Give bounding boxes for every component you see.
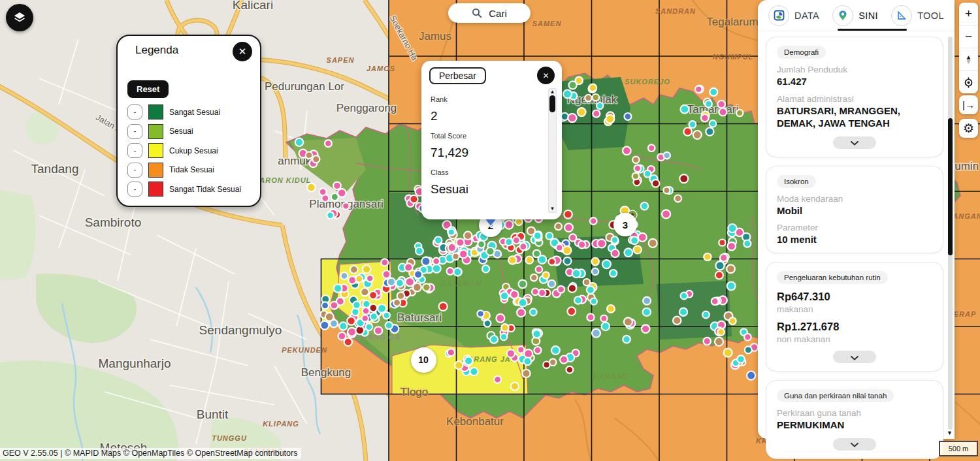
card-label: non makanan — [777, 334, 932, 344]
legend-color-swatch — [148, 104, 163, 119]
legend-panel: Legenda ✕ Reset -Sangat Sesuai-Sesuai-Cu… — [116, 35, 261, 207]
right-sidebar: DATASINITOOL DemografiJumlah Penduduk61.… — [758, 0, 955, 439]
tab-tool[interactable]: TOOL — [891, 0, 944, 31]
expand-button[interactable] — [833, 136, 876, 149]
map-place-label: Pedurungan Lor — [265, 80, 344, 93]
card-value: Rp647.310 — [777, 290, 932, 304]
card-row: Parameter10 menit — [777, 223, 932, 246]
legend-item-label: Cukup Sesuai — [169, 146, 218, 155]
legend-close-button[interactable]: ✕ — [233, 42, 252, 61]
tab-label: SINI — [858, 10, 878, 21]
legend-title: Legenda — [135, 44, 178, 57]
map-place-label: Jamus — [419, 30, 451, 42]
legend-reset-button[interactable]: Reset — [127, 80, 169, 98]
locate-icon — [963, 77, 974, 88]
map-zoom-controls: + − ▲▼ — [959, 3, 978, 93]
info-card: Guna dan perkiraan nilai tanahPerkiraan … — [766, 380, 943, 459]
popup-field-label: Class — [431, 168, 544, 176]
card-badge: Isokron — [777, 175, 816, 188]
sidebar-scrollbar[interactable] — [948, 37, 953, 430]
legend-color-swatch — [148, 182, 163, 197]
card-badge: Demografi — [777, 46, 826, 59]
card-label: Jumlah Penduduk — [777, 65, 932, 74]
map-place-label: Batursari — [397, 311, 442, 324]
tab-label: TOOL — [917, 10, 944, 21]
pin-icon — [832, 5, 853, 26]
legend-minus-button[interactable]: - — [127, 124, 142, 139]
info-card: DemografiJumlah Penduduk61.427Alamat adm… — [766, 37, 943, 157]
card-label: makanan — [777, 304, 932, 314]
chevron-down-icon — [851, 136, 858, 148]
legend-minus-button[interactable]: - — [127, 163, 142, 178]
card-value: BATURSARI, MRANGGEN, DEMAK, JAWA TENGAH — [777, 104, 932, 130]
expand-button[interactable] — [833, 351, 876, 363]
popup-field-value: Sesuai — [431, 182, 544, 197]
tab-data[interactable]: DATA — [768, 0, 819, 31]
card-label: Parameter — [777, 223, 932, 232]
close-icon: ✕ — [238, 46, 247, 57]
close-icon: ✕ — [542, 71, 549, 80]
layers-button[interactable] — [6, 4, 33, 31]
map-place-label: ERAP — [954, 310, 977, 318]
collapse-sidebar-button[interactable]: |→ — [959, 95, 978, 114]
popup-field-label: Total Score — [431, 132, 544, 140]
tab-sini[interactable]: SINI — [832, 0, 878, 31]
chart-icon — [768, 5, 789, 26]
card-row: Rp1.271.678non makanan — [777, 320, 932, 344]
card-value: 10 menit — [777, 233, 932, 246]
card-row: Jumlah Penduduk61.427 — [777, 65, 932, 88]
legend-item: -Sangat Sesuai — [127, 103, 255, 122]
popup-scroll-thumb[interactable] — [549, 95, 555, 112]
popup-zoom-button[interactable]: Perbesar — [429, 67, 486, 84]
map-place-label: SAMEN — [532, 20, 562, 27]
map-place-label: KARANG — [593, 372, 629, 380]
map-place-label: DALEMAN — [441, 279, 482, 287]
search-box[interactable]: Cari — [448, 3, 531, 23]
map-scale: 500 m — [939, 441, 978, 456]
info-card: IsokronModa kendaraanMobilParameter10 me… — [766, 166, 943, 253]
popup-close-button[interactable]: ✕ — [537, 67, 555, 84]
map-place-label: Tlogo — [400, 386, 429, 398]
ruler-icon — [891, 5, 912, 26]
cluster-marker-10[interactable]: 10 — [411, 347, 436, 373]
map-place-label: SAPEN — [327, 56, 355, 64]
map-place-label: ANGAN — [952, 212, 980, 220]
legend-item: -Cukup Sesuai — [127, 141, 255, 161]
legend-color-swatch — [148, 163, 163, 178]
map-place-label: NGUMPUL — [713, 53, 754, 61]
map-place-label: PEKUNDEN — [282, 346, 327, 354]
card-badge: Guna dan perkiraan nilai tanah — [777, 389, 894, 402]
chevron-down-icon — [851, 438, 858, 450]
zoom-in-button[interactable]: + — [959, 3, 978, 25]
collapse-icon: |→ — [962, 99, 975, 110]
legend-item: -Sesuai — [127, 122, 255, 142]
card-row: Moda kendaraanMobil — [777, 194, 932, 217]
scroll-up-icon[interactable]: ▲ — [549, 89, 556, 95]
legend-minus-button[interactable]: - — [127, 104, 142, 119]
legend-minus-button[interactable]: - — [127, 182, 142, 197]
map-place-label: Tandang — [31, 162, 79, 176]
compass-button[interactable]: ▲▼ — [959, 48, 978, 71]
map-place-label: Tegalarum — [706, 16, 758, 28]
map-place-label: KLIPANG — [263, 420, 299, 428]
sidebar-cards: DemografiJumlah Penduduk61.427Alamat adm… — [766, 37, 943, 461]
sidebar-scroll-thumb[interactable] — [948, 118, 953, 255]
feature-popup: Perbesar ✕ Rank2Total Score71,429ClassSe… — [421, 61, 562, 219]
legend-items: -Sangat Sesuai-Sesuai-Cukup Sesuai-Tidak… — [127, 103, 255, 199]
locate-button[interactable] — [959, 71, 978, 93]
zoom-out-button[interactable]: − — [959, 25, 978, 48]
map-place-label: Sendangmulyo — [199, 323, 282, 337]
card-value: 61.427 — [777, 75, 932, 88]
legend-minus-button[interactable]: - — [127, 143, 142, 158]
expand-button[interactable] — [833, 438, 876, 451]
popup-body: Rank2Total Score71,429ClassSesuai — [431, 87, 544, 197]
map-place-label: JAMOS — [367, 65, 395, 72]
popup-scrollbar[interactable]: ▲ ▼ — [548, 88, 557, 213]
scroll-down-icon[interactable]: ▼ — [947, 430, 953, 436]
scroll-down-icon[interactable]: ▼ — [549, 206, 556, 212]
legend-item: -Tidak Sesuai — [127, 161, 255, 180]
cluster-marker-3[interactable]: 3 — [613, 213, 637, 236]
settings-button[interactable]: ⚙ — [959, 119, 978, 138]
sidebar-tabs: DATASINITOOL — [758, 0, 955, 31]
legend-item-label: Sangat Tidak Sesuai — [169, 185, 241, 194]
